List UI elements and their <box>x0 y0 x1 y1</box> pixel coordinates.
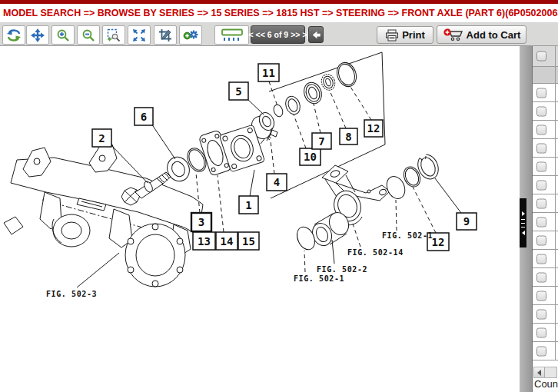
callout-12[interactable]: 12 <box>364 120 383 137</box>
row-checkbox[interactable] <box>536 291 546 301</box>
callout-6[interactable]: 6 <box>135 108 153 125</box>
callout-7[interactable]: 7 <box>312 133 331 149</box>
zoom-out-button[interactable] <box>77 25 100 45</box>
crop-icon <box>158 28 172 42</box>
callout-1[interactable]: 1 <box>239 196 258 214</box>
breadcrumb-segment[interactable]: FRONT AXLE (PART 6)(6P05020063) <box>402 8 558 18</box>
pan-button[interactable] <box>26 25 49 45</box>
toolbar: |< << 6 of 9 >> >| Print Add to Cart <box>0 23 558 46</box>
row-checkbox[interactable] <box>536 327 546 337</box>
diagram-viewport[interactable]: 26511131314154107812912 FIG. 502-3FIG. 5… <box>0 46 520 392</box>
row-checkbox[interactable] <box>536 309 546 319</box>
select-all-checkbox[interactable] <box>536 51 546 61</box>
seal-part-7 <box>301 80 324 106</box>
svg-text:9: 9 <box>463 215 470 228</box>
row-checkbox[interactable] <box>536 161 546 171</box>
row-checkbox[interactable] <box>536 125 546 135</box>
zoom-in-button[interactable] <box>51 25 75 45</box>
add-to-cart-button[interactable]: Add to Cart <box>437 25 526 44</box>
callout-8[interactable]: 8 <box>340 128 357 145</box>
add-to-cart-icon <box>443 28 463 42</box>
svg-text:6: 6 <box>141 111 147 123</box>
row-checkbox[interactable] <box>536 106 546 116</box>
callout-4[interactable]: 4 <box>267 174 287 191</box>
bearing-race-part-10 <box>283 95 302 117</box>
row-checkbox[interactable] <box>536 235 546 245</box>
settings-button[interactable] <box>179 25 202 45</box>
fit-page-button[interactable] <box>128 25 151 45</box>
fig-reference-label[interactable]: FIG. 502-2 <box>317 265 367 274</box>
pager-next[interactable]: >> <box>291 30 300 39</box>
crop-button[interactable] <box>154 25 177 45</box>
callout-11[interactable]: 11 <box>258 64 279 81</box>
callout-3[interactable]: 3 <box>191 213 211 231</box>
o-ring-part-11 <box>272 104 284 118</box>
row-checkbox[interactable] <box>536 346 546 356</box>
callout-5[interactable]: 5 <box>229 82 248 100</box>
fig-reference-label[interactable]: FIG. 502-1 <box>382 231 433 240</box>
page-thumbnails-icon <box>218 28 246 42</box>
row-checkbox[interactable] <box>536 254 546 264</box>
row-checkbox[interactable] <box>536 217 546 227</box>
breadcrumb-separator: => <box>81 8 98 18</box>
svg-text:12: 12 <box>367 122 380 135</box>
breadcrumb: MODEL SEARCH => BROWSE BY SERIES => 15 S… <box>0 4 558 23</box>
fig-reference-label[interactable]: FIG. 502-14 <box>347 248 404 257</box>
breadcrumb-segment[interactable]: 1815 HST <box>276 8 319 18</box>
callout-13[interactable]: 13 <box>193 232 215 250</box>
print-label: Print <box>402 29 425 41</box>
svg-text:3: 3 <box>198 216 204 228</box>
callout-14[interactable]: 14 <box>216 232 237 250</box>
row-checkbox[interactable] <box>536 198 546 208</box>
callout-9[interactable]: 9 <box>457 213 477 230</box>
horizontal-scrollbar[interactable] <box>533 367 557 378</box>
scroll-left-button[interactable] <box>534 367 545 377</box>
svg-text:13: 13 <box>198 235 211 247</box>
fig-reference-label[interactable]: FIG. 502-1 <box>294 274 344 283</box>
parts-catalog-viewer: { "colors": { "top_bar": "#9e0606", "bre… <box>0 0 558 392</box>
refresh-button[interactable] <box>2 25 25 45</box>
collapse-left-icon <box>522 231 525 235</box>
breadcrumb-segment[interactable]: BROWSE BY SERIES <box>98 8 194 18</box>
panel-splitter-handle[interactable] <box>520 198 526 247</box>
pan-icon <box>31 28 45 42</box>
zoom-area-icon <box>107 28 121 42</box>
breadcrumb-segment[interactable]: STEERING <box>336 8 385 18</box>
callout-2[interactable]: 2 <box>92 129 111 147</box>
print-icon <box>385 29 399 42</box>
svg-text:5: 5 <box>235 85 241 98</box>
callout-layer: 26511131314154107812912 <box>92 64 477 251</box>
row-checkbox[interactable] <box>536 143 546 153</box>
left-arrow-icon <box>537 370 541 376</box>
o-ring-part-12-top <box>334 60 359 89</box>
breadcrumb-separator: => <box>260 8 277 18</box>
svg-text:14: 14 <box>221 235 234 247</box>
exploded-parts-diagram: 26511131314154107812912 FIG. 502-3FIG. 5… <box>0 46 520 392</box>
row-checkbox[interactable] <box>536 180 546 190</box>
print-button[interactable]: Print <box>377 26 433 44</box>
page-thumbnails-button[interactable] <box>214 25 249 45</box>
settings-icon <box>183 28 199 42</box>
callout-15[interactable]: 15 <box>238 232 259 250</box>
pager-prev[interactable]: << <box>256 30 265 39</box>
add-to-cart-label: Add to Cart <box>467 29 521 41</box>
callout-10[interactable]: 10 <box>300 148 321 165</box>
breadcrumb-segment[interactable]: 15 SERIES <box>211 8 259 18</box>
svg-text:8: 8 <box>345 131 351 143</box>
pager-first[interactable]: |< <box>246 30 253 39</box>
back-button[interactable] <box>308 26 324 43</box>
fig-reference-label[interactable]: FIG. 502-3 <box>46 290 97 298</box>
svg-text:4: 4 <box>274 176 280 188</box>
row-checkbox[interactable] <box>536 88 546 98</box>
row-checkbox[interactable] <box>536 272 546 282</box>
svg-text:15: 15 <box>242 235 255 247</box>
svg-text:12: 12 <box>432 236 445 248</box>
panel-splitter[interactable] <box>520 46 532 392</box>
lock-washer-part-8 <box>319 72 337 92</box>
zoom-area-button[interactable] <box>102 25 125 45</box>
column-divider <box>555 46 556 360</box>
count-column-label: Count <box>534 378 558 390</box>
back-arrow-icon <box>311 29 322 41</box>
zoom-out-icon <box>81 28 95 42</box>
breadcrumb-segment[interactable]: MODEL SEARCH <box>3 8 81 18</box>
